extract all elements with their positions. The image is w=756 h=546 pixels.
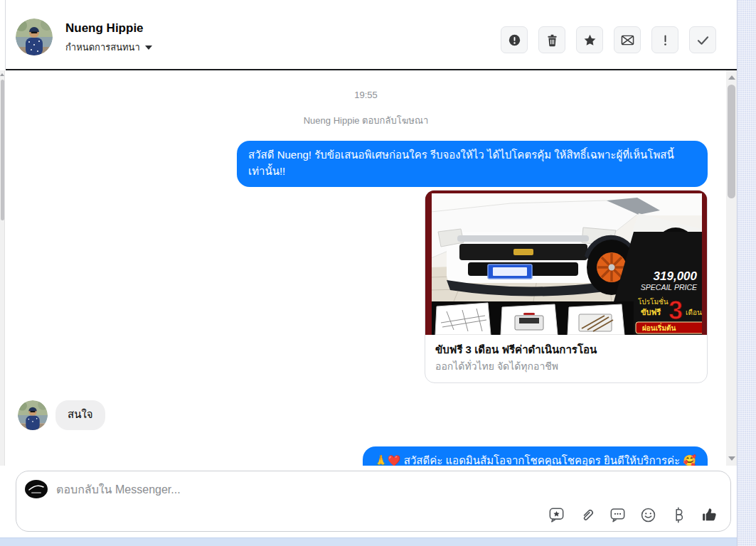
outgoing-admin-bubble[interactable]: 🙏❤️ สวัสดีค่ะ แอดมินส้มโอจากโชคคูณโชคอุด… <box>363 446 708 466</box>
header-divider <box>5 0 6 69</box>
user-avatar-image <box>16 18 53 55</box>
delete-button[interactable] <box>538 26 565 53</box>
scroll-down-arrow[interactable] <box>726 456 737 461</box>
conversation-header: Nueng Hippie กำหนดการสนทนา <box>0 0 737 69</box>
bottom-edge-strip <box>0 537 737 546</box>
conversation-title: Nueng Hippie <box>65 21 144 36</box>
star-icon <box>582 33 597 48</box>
scrollbar-thumb[interactable] <box>728 85 735 198</box>
ad-promo-unit: เดือน <box>686 309 702 316</box>
schedule-conversation-menu[interactable]: กำหนดการสนทนา <box>65 40 152 55</box>
mark-done-button[interactable] <box>689 26 716 53</box>
header-action-bar <box>501 26 716 53</box>
incoming-message-bubble[interactable]: สนใจ <box>55 400 105 430</box>
user-avatar-image <box>18 400 48 430</box>
avatar[interactable] <box>16 18 53 55</box>
star-button[interactable] <box>576 26 603 53</box>
timestamp: 19:55 <box>6 90 726 100</box>
chat-scrollbar[interactable] <box>726 70 737 466</box>
attach-button[interactable] <box>577 505 597 525</box>
saved-replies-button[interactable] <box>608 505 627 525</box>
ad-ribbon: ผ่อนเริ่มต้น <box>642 323 676 332</box>
ad-reply-context: Nueng Hippie ตอบกลับโฆษณา <box>6 113 726 128</box>
ad-price: 319,000 <box>654 269 698 283</box>
emoji-button[interactable] <box>639 505 658 525</box>
schedule-conversation-label: กำหนดการสนทนา <box>65 40 140 55</box>
ad-card-subtitle: ออกได้ทั่วไทย จัดได้ทุกอาชีพ <box>435 360 697 374</box>
ad-promo-label2: ขับฟรี <box>641 308 661 316</box>
sticker-icon <box>548 506 565 524</box>
message-thread[interactable]: 19:55 Nueng Hippie ตอบกลับโฆษณา สวัสดี N… <box>6 70 726 466</box>
composer-area <box>0 466 737 537</box>
page-logo <box>25 480 48 498</box>
payment-baht-icon <box>670 506 688 524</box>
report-button[interactable] <box>501 26 528 53</box>
ad-card[interactable]: 319,000 SPECAIL PRICE โปรโมชั่น ขับฟรี 3… <box>425 190 708 383</box>
window-scroll-gutter[interactable] <box>737 0 756 546</box>
report-icon <box>507 33 522 48</box>
like-icon <box>701 506 718 524</box>
ad-promo-number: 3 <box>669 296 683 325</box>
screenshot-root: Nueng Hippie กำหนดการสนทนา <box>0 0 756 546</box>
important-icon <box>658 33 673 48</box>
mark-unread-button[interactable] <box>614 26 641 53</box>
important-button[interactable] <box>651 26 678 53</box>
ad-card-caption: ขับฟรี 3 เดือน ฟรีค่าดำเนินการโอน ออกได้… <box>425 335 707 382</box>
ad-price-label: SPECAIL PRICE <box>641 283 698 291</box>
chevron-down-icon <box>145 46 152 50</box>
composer-action-bar <box>547 505 719 525</box>
reply-box[interactable] <box>16 471 731 532</box>
ad-card-title: ขับฟรี 3 เดือน ฟรีค่าดำเนินการโอน <box>435 342 697 358</box>
emoji-icon <box>639 506 657 524</box>
scroll-up-arrow[interactable] <box>0 73 4 76</box>
saved-replies-icon <box>609 506 627 524</box>
avatar[interactable] <box>18 400 48 430</box>
delete-icon <box>545 33 560 48</box>
car-ad-image: 319,000 SPECAIL PRICE โปรโมชั่น ขับฟรี 3… <box>425 191 708 335</box>
scroll-up-arrow[interactable] <box>726 75 737 80</box>
scrollbar-thumb[interactable] <box>1 80 4 220</box>
incoming-message-row: สนใจ <box>18 400 105 430</box>
attach-icon <box>578 506 596 524</box>
ad-promo-label: โปรโมชั่น <box>638 296 669 306</box>
mark-unread-icon <box>620 33 635 48</box>
outgoing-message-bubble[interactable]: สวัสดี Nueng! รับข้อเสนอพิเศษก่อนใคร รีบ… <box>237 141 708 187</box>
messenger-inbox-window: Nueng Hippie กำหนดการสนทนา <box>0 0 737 537</box>
sticker-button[interactable] <box>547 505 566 525</box>
like-button[interactable] <box>700 505 719 525</box>
payment-button[interactable] <box>669 505 688 525</box>
reply-input[interactable] <box>56 481 454 498</box>
done-icon <box>696 33 710 48</box>
